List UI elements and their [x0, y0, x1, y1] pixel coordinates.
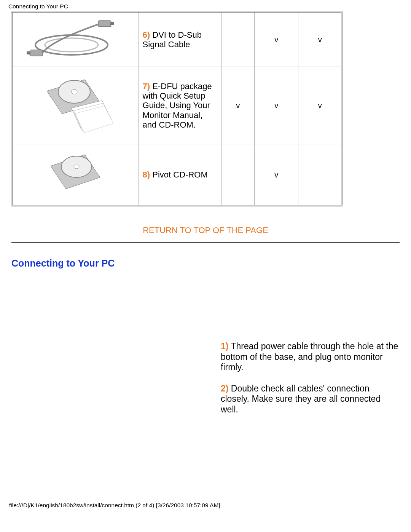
cable-icon	[26, 18, 125, 59]
section-heading: Connecting to Your PC	[11, 258, 411, 269]
table-row: 8) Pivot CD-ROM v	[12, 144, 342, 206]
page-footer: file:///D|/K1/english/180b2sw/install/co…	[0, 426, 411, 513]
cd-icon	[43, 149, 108, 198]
row6-c2: v	[255, 12, 298, 67]
svg-rect-5	[110, 22, 114, 25]
row7-c2: v	[255, 67, 298, 144]
svg-rect-2	[30, 50, 43, 56]
return-to-top-link[interactable]: RETURN TO TOP OF THE PAGE	[0, 225, 411, 235]
accessory-table: 6) DVI to D-Sub Signal Cable v v 7) E-DF…	[11, 11, 342, 206]
row8-image	[12, 144, 139, 206]
row7-image	[12, 67, 139, 144]
row8-text: Pivot CD-ROM	[152, 170, 207, 179]
row6-c3: v	[298, 12, 342, 67]
svg-point-14	[74, 165, 79, 169]
page-header: Connecting to Your PC	[0, 0, 411, 11]
row8-num: 8)	[143, 170, 150, 179]
svg-rect-4	[98, 21, 111, 27]
step-1: 1) Thread power cable through the hole a…	[221, 341, 400, 373]
row7-c1: v	[221, 67, 255, 144]
divider	[11, 242, 400, 243]
row7-desc: 7) E-DFU package with Quick Setup Guide,…	[139, 67, 221, 144]
svg-rect-3	[27, 51, 30, 54]
row6-text: DVI to D-Sub Signal Cable	[143, 30, 202, 49]
row6-desc: 6) DVI to D-Sub Signal Cable	[139, 12, 221, 67]
row8-desc: 8) Pivot CD-ROM	[139, 144, 221, 206]
step-2: 2) Double check all cables' connection c…	[221, 383, 400, 415]
row7-c3: v	[298, 67, 342, 144]
step-2-text: Double check all cables' connection clos…	[221, 383, 381, 414]
row8-c1	[221, 144, 255, 206]
steps-block: 1) Thread power cable through the hole a…	[0, 341, 400, 415]
step-1-num: 1)	[221, 341, 228, 351]
step-1-text: Thread power cable through the hole at t…	[221, 341, 398, 372]
row6-c1	[221, 12, 255, 67]
row7-text: E-DFU package with Quick Setup Guide, Us…	[143, 81, 212, 129]
svg-point-8	[71, 89, 77, 94]
row8-c2: v	[255, 144, 298, 206]
row6-image	[12, 12, 139, 67]
row8-c3	[298, 144, 342, 206]
row7-num: 7)	[143, 81, 150, 91]
cd-package-icon	[35, 72, 115, 137]
table-row: 6) DVI to D-Sub Signal Cable v v	[12, 12, 342, 67]
row6-num: 6)	[143, 30, 150, 40]
step-2-num: 2)	[221, 383, 228, 393]
table-row: 7) E-DFU package with Quick Setup Guide,…	[12, 67, 342, 144]
